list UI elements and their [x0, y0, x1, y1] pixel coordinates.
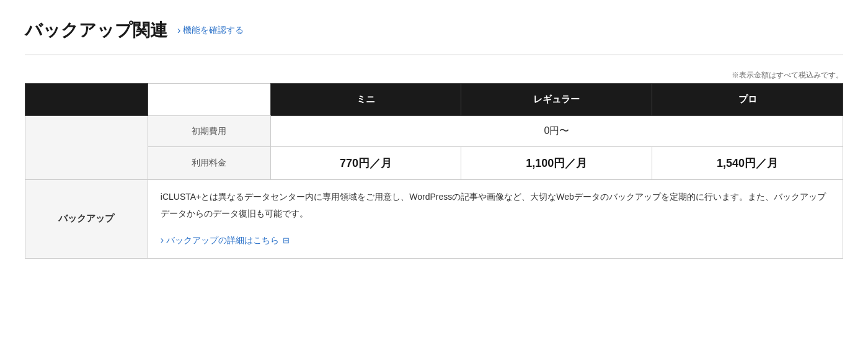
page-container: バックアップ関連 機能を確認する ※表示金額はすべて税込みです。 ミニ レギュラ… — [0, 0, 868, 353]
initial-cost-row: 初期費用 0円〜 — [25, 116, 843, 147]
page-title: バックアップ関連 — [25, 19, 167, 42]
feature-description-row: バックアップ iCLUSTA+とは異なるデータセンター内に専用領域をご用意し、W… — [25, 180, 843, 259]
header-pro: プロ — [652, 84, 843, 116]
mini-price: 770円／月 — [270, 147, 461, 180]
feature-label: バックアップ — [25, 180, 148, 259]
feature-description-cell: iCLUSTA+とは異なるデータセンター内に専用領域をご用意し、WordPres… — [148, 180, 843, 259]
page-header: バックアップ関連 機能を確認する — [25, 19, 843, 42]
header-mini: ミニ — [270, 84, 461, 116]
detail-link-text: バックアップの詳細はこちら — [166, 233, 279, 248]
pro-price: 1,540円／月 — [652, 147, 843, 180]
usage-fee-label: 利用料金 — [148, 147, 270, 180]
pricing-table: ミニ レギュラー プロ 初期費用 0円〜 利用料金 770円／月 1,100円／… — [25, 83, 843, 259]
section-divider — [25, 55, 843, 55]
feature-confirm-link[interactable]: 機能を確認する — [177, 25, 244, 36]
feature-row-empty-label — [25, 116, 148, 180]
header-label-empty — [148, 84, 270, 116]
header-regular: レギュラー — [461, 84, 652, 116]
tax-note: ※表示金額はすべて税込みです。 — [25, 70, 843, 81]
usage-fee-row: 利用料金 770円／月 1,100円／月 1,540円／月 — [25, 147, 843, 180]
initial-cost-value: 0円〜 — [270, 116, 843, 147]
header-empty-cell — [25, 84, 148, 116]
feature-description-text: iCLUSTA+とは異なるデータセンター内に専用領域をご用意し、WordPres… — [161, 189, 830, 221]
regular-price: 1,100円／月 — [461, 147, 652, 180]
detail-link[interactable]: バックアップの詳細はこちら ⊟ — [161, 231, 830, 249]
external-link-icon: ⊟ — [283, 233, 290, 248]
initial-cost-label: 初期費用 — [148, 116, 270, 147]
